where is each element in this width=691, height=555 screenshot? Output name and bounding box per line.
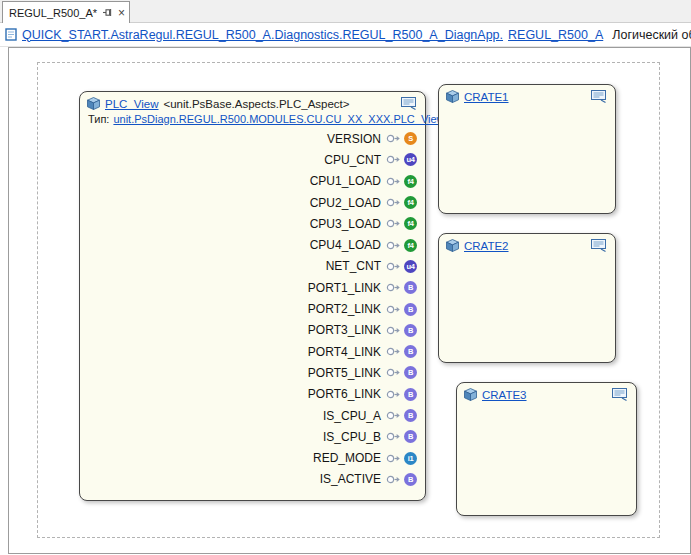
crate1-block[interactable]: CRATE1 (438, 84, 616, 214)
io-row: PORT1_LINKB (80, 277, 417, 298)
io-row: CPU2_LOADf4 (80, 192, 417, 213)
io-label: CPU4_LOAD (310, 238, 381, 252)
monitor-icon[interactable] (612, 388, 629, 401)
tab-bar: REGUL_R500_A* × (0, 0, 691, 23)
io-label: CPU3_LOAD (310, 217, 381, 231)
io-row: CPU4_LOADf4 (80, 234, 417, 255)
tab-title: REGUL_R500_A* (9, 7, 97, 19)
io-label: PORT1_LINK (308, 281, 381, 295)
crate2-link[interactable]: CRATE2 (464, 240, 509, 252)
connector-icon[interactable] (386, 431, 401, 442)
type-label: Тип: (88, 113, 109, 125)
io-row: PORT3_LINKB (80, 320, 417, 341)
crate2-header: CRATE2 (439, 234, 615, 253)
plc-view-link[interactable]: PLC_View (105, 98, 159, 110)
type-badge: B (404, 430, 417, 443)
connector-icon[interactable] (386, 410, 401, 421)
io-label: PORT2_LINK (308, 302, 381, 316)
breadcrumb-path-link[interactable]: QUICK_START.AstraRegul.REGUL_R500_A.Diag… (22, 28, 503, 42)
io-row: CPU3_LOADf4 (80, 213, 417, 234)
plc-io-list: VERSIONSCPU_CNTu4CPU1_LOADf4CPU2_LOADf4C… (80, 128, 425, 490)
connector-icon[interactable] (386, 325, 401, 336)
crate3-block[interactable]: CRATE3 (456, 382, 637, 516)
crate1-link[interactable]: CRATE1 (464, 91, 509, 103)
io-label: RED_MODE (313, 451, 381, 465)
connector-icon[interactable] (386, 176, 401, 187)
type-badge: i1 (404, 452, 417, 465)
io-row: PORT4_LINKB (80, 341, 417, 362)
crate3-link[interactable]: CRATE3 (482, 389, 527, 401)
monitor-icon[interactable] (591, 90, 608, 103)
cube-icon (87, 97, 100, 110)
connector-icon[interactable] (386, 282, 401, 293)
io-row: NET_CNTu4 (80, 256, 417, 277)
io-label: CPU2_LOAD (310, 196, 381, 210)
connector-icon[interactable] (386, 304, 401, 315)
io-row: PORT2_LINKB (80, 298, 417, 319)
connector-icon[interactable] (386, 197, 401, 208)
connector-icon[interactable] (386, 367, 401, 378)
plc-view-block[interactable]: PLC_View <unit.PsBase.Aspects.PLC_Aspect… (79, 91, 426, 501)
type-badge: B (404, 281, 417, 294)
plc-block-header: PLC_View <unit.PsBase.Aspects.PLC_Aspect… (80, 92, 425, 111)
monitor-icon[interactable] (401, 97, 418, 110)
connector-icon[interactable] (386, 261, 401, 272)
cube-icon (446, 90, 459, 103)
type-badge: B (404, 473, 417, 486)
breadcrumb-suffix: Логический объект (612, 28, 691, 42)
diagram-canvas[interactable]: PLC_View <unit.PsBase.Aspects.PLC_Aspect… (8, 47, 691, 554)
io-label: VERSION (327, 132, 381, 146)
close-icon[interactable]: × (118, 7, 125, 19)
type-badge: f4 (404, 196, 417, 209)
type-badge: f4 (404, 217, 417, 230)
type-badge: f4 (404, 239, 417, 252)
breadcrumb: QUICK_START.AstraRegul.REGUL_R500_A.Diag… (0, 23, 691, 47)
io-label: PORT5_LINK (308, 366, 381, 380)
io-row: RED_MODEi1 (80, 447, 417, 468)
document-icon (5, 28, 17, 41)
type-badge: B (404, 303, 417, 316)
connector-icon[interactable] (386, 389, 401, 400)
type-badge: B (404, 409, 417, 422)
connector-icon[interactable] (386, 474, 401, 485)
io-row: CPU_CNTu4 (80, 149, 417, 170)
plc-type-row: Тип: unit.PsDiagn.REGUL.R500.MODULES.CU.… (80, 111, 425, 128)
breadcrumb-current-link[interactable]: REGUL_R500_A (508, 28, 603, 42)
io-label: PORT6_LINK (308, 387, 381, 401)
type-badge: S (404, 132, 417, 145)
connector-icon[interactable] (386, 453, 401, 464)
io-row: IS_CPU_AB (80, 405, 417, 426)
connector-icon[interactable] (386, 218, 401, 229)
io-row: CPU1_LOADf4 (80, 171, 417, 192)
io-row: VERSIONS (80, 128, 417, 149)
crate3-header: CRATE3 (457, 383, 636, 402)
type-badge: u4 (404, 153, 417, 166)
plc-aspect-text: <unit.PsBase.Aspects.PLC_Aspect> (164, 98, 350, 110)
io-label: IS_CPU_A (323, 409, 381, 423)
io-label: IS_ACTIVE (320, 472, 381, 486)
connector-icon[interactable] (386, 154, 401, 165)
type-badge: u4 (404, 260, 417, 273)
io-label: PORT4_LINK (308, 345, 381, 359)
monitor-icon[interactable] (591, 239, 608, 252)
crate2-block[interactable]: CRATE2 (438, 233, 616, 363)
io-row: IS_ACTIVEB (80, 469, 417, 490)
tab-regul-r500-a[interactable]: REGUL_R500_A* × (2, 1, 130, 23)
crate1-header: CRATE1 (439, 85, 615, 104)
connector-icon[interactable] (386, 133, 401, 144)
io-label: CPU1_LOAD (310, 174, 381, 188)
io-label: IS_CPU_B (323, 430, 381, 444)
type-badge: B (404, 366, 417, 379)
io-label: PORT3_LINK (308, 323, 381, 337)
type-badge: B (404, 324, 417, 337)
io-row: PORT5_LINKB (80, 362, 417, 383)
cube-icon (446, 239, 459, 252)
plc-type-link[interactable]: unit.PsDiagn.REGUL.R500.MODULES.CU.CU_XX… (113, 113, 444, 125)
pin-icon[interactable] (102, 7, 113, 18)
type-badge: B (404, 388, 417, 401)
io-row: PORT6_LINKB (80, 384, 417, 405)
connector-icon[interactable] (386, 240, 401, 251)
connector-icon[interactable] (386, 346, 401, 357)
type-badge: B (404, 345, 417, 358)
io-row: IS_CPU_BB (80, 426, 417, 447)
